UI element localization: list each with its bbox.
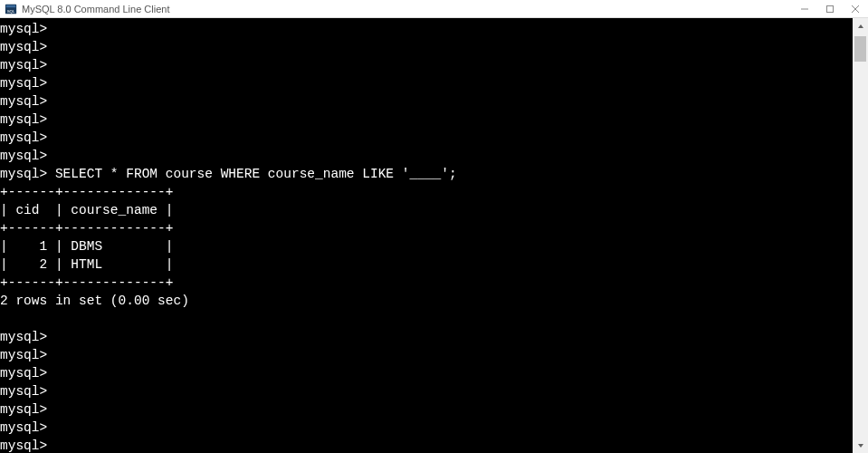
scroll-down-arrow-icon[interactable] <box>853 438 868 453</box>
window-title: MySQL 8.0 Command Line Client <box>22 4 169 14</box>
terminal-container: mysql> mysql> mysql> mysql> mysql> mysql… <box>0 18 868 453</box>
svg-text:SQL: SQL <box>7 9 15 14</box>
svg-rect-1 <box>6 5 16 7</box>
svg-marker-8 <box>858 444 863 448</box>
svg-marker-7 <box>858 24 863 28</box>
app-icon: SQL <box>4 2 18 16</box>
svg-rect-4 <box>827 5 834 12</box>
close-button[interactable] <box>843 0 868 17</box>
scroll-up-arrow-icon[interactable] <box>853 18 868 34</box>
minimize-button[interactable] <box>792 0 817 17</box>
scroll-thumb[interactable] <box>854 36 866 62</box>
window-titlebar: SQL MySQL 8.0 Command Line Client <box>0 0 868 18</box>
maximize-button[interactable] <box>817 0 843 17</box>
window-controls <box>792 0 868 17</box>
terminal-output[interactable]: mysql> mysql> mysql> mysql> mysql> mysql… <box>0 18 853 453</box>
vertical-scrollbar[interactable] <box>853 18 868 453</box>
